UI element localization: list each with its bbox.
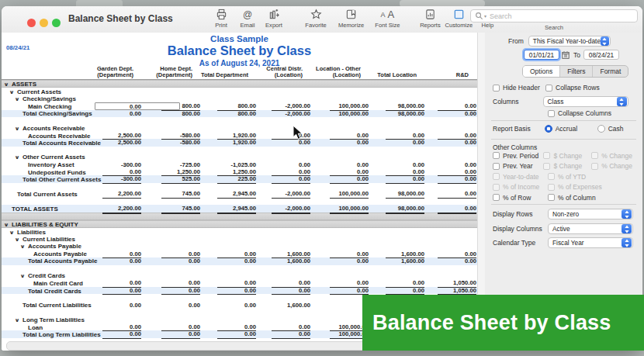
cell-value[interactable]: 0.00 — [272, 162, 310, 168]
zoom-window-button[interactable] — [52, 19, 61, 27]
collapse-chevron-icon[interactable]: ∨ — [20, 273, 29, 278]
collapse-chevron-icon[interactable]: ∨ — [15, 317, 24, 323]
cell-value[interactable]: 0.00 — [330, 258, 369, 264]
cell-value[interactable]: 0.00 — [217, 302, 256, 309]
cell-value[interactable]: 0.00 — [161, 258, 200, 264]
export-button[interactable]: Export — [262, 8, 286, 29]
cell-value[interactable]: 0.00 — [272, 288, 310, 295]
cell-value[interactable]: -300.00 — [102, 162, 141, 168]
cell-value[interactable]: 0.00 — [272, 140, 310, 146]
collapse-chevron-icon[interactable]: ∨ — [9, 230, 19, 235]
cell-value[interactable]: 0.00 — [102, 258, 141, 264]
cell-value[interactable]: 2,500.00 — [102, 140, 141, 146]
checkbox-prev-period[interactable]: Prev. Period — [493, 152, 543, 160]
minimize-window-button[interactable] — [40, 19, 48, 27]
cell-value[interactable]: 0.00 — [161, 331, 200, 338]
columns-dropdown[interactable]: Class — [543, 96, 628, 107]
cell-value[interactable]: 98,000.00 — [386, 206, 424, 213]
cell-value[interactable]: 0.00 — [438, 206, 476, 213]
print-button[interactable]: Print — [209, 8, 233, 29]
cell-value[interactable]: 0.00 — [438, 140, 476, 146]
font-size-button[interactable]: AA Font Size — [375, 8, 400, 29]
search-input[interactable]: ▾ Search — [470, 9, 638, 22]
collapse-chevron-icon[interactable]: ∨ — [15, 126, 24, 131]
cell-value[interactable]: 0.00 — [217, 258, 256, 264]
checkbox--of-row[interactable]: % of Row — [493, 194, 548, 202]
cell-value[interactable]: 0.00 — [438, 258, 476, 264]
checkbox-prev-year[interactable]: Prev. Year — [493, 162, 543, 170]
collapse-chevron-icon[interactable]: ∨ — [15, 237, 24, 242]
cell-value[interactable]: 100,000.00 — [330, 111, 369, 117]
cell-value[interactable]: 225.00 — [217, 176, 256, 183]
cell-value[interactable]: 0.00 — [330, 176, 369, 183]
collapse-chevron-icon[interactable]: ∨ — [20, 244, 29, 249]
cell-value[interactable]: 98,000.00 — [386, 191, 424, 198]
cell-value[interactable]: 800.00 — [161, 111, 200, 117]
favorite-button[interactable]: Favorite — [304, 8, 327, 29]
checkbox--of-column[interactable]: % of Column — [548, 194, 600, 202]
collapse-columns-checkbox[interactable]: Collapse Columns — [548, 109, 611, 117]
cell-value[interactable]: 1,600.00 — [386, 258, 424, 264]
collapse-chevron-icon[interactable]: ∨ — [15, 154, 24, 160]
cell-value[interactable]: 0.00 — [386, 140, 424, 146]
customize-button[interactable]: Customize — [445, 8, 473, 29]
display-columns-dropdown[interactable]: Active — [548, 223, 633, 234]
cash-radio[interactable]: Cash — [597, 125, 624, 133]
cell-value[interactable]: 0.00 — [386, 162, 424, 168]
hide-header-checkbox[interactable]: Hide Header — [493, 84, 545, 92]
cell-value[interactable]: 0.00 — [217, 331, 256, 338]
email-button[interactable]: @ Email — [236, 8, 259, 29]
accrual-radio[interactable]: Accrual — [545, 125, 597, 133]
cell-value[interactable]: -2,000.00 — [272, 191, 310, 198]
memorize-button[interactable]: Memorize — [338, 8, 364, 29]
date-to-field[interactable]: 08/24/21 — [583, 50, 619, 60]
collapse-chevron-icon[interactable]: ∨ — [4, 222, 13, 227]
cell-value[interactable]: 0.00 — [102, 331, 141, 338]
cell-value[interactable]: 0.00 — [217, 288, 256, 295]
tab-filters[interactable]: Filters — [560, 66, 593, 77]
cell-value[interactable]: 745.00 — [161, 206, 200, 213]
cell-value[interactable]: 800.00 — [217, 111, 256, 117]
cell-value[interactable]: 0.00 — [102, 104, 141, 110]
cell-value[interactable]: 2,200.00 — [102, 191, 141, 198]
cell-value[interactable]: 1,050.00 — [438, 288, 476, 295]
cell-value[interactable]: 100,000.00 — [330, 191, 369, 198]
cell-value[interactable]: 2,945.00 — [217, 206, 256, 213]
collapse-chevron-icon[interactable]: ∨ — [9, 89, 19, 95]
cell-value[interactable]: 0.00 — [386, 176, 424, 183]
display-rows-dropdown[interactable]: Non-zero — [548, 209, 633, 219]
cell-value[interactable]: -2,000.00 — [272, 206, 310, 213]
cell-value[interactable]: 0.00 — [102, 288, 141, 295]
cell-value[interactable]: 525.00 — [161, 176, 200, 183]
cell-value[interactable]: 1,600.00 — [272, 258, 310, 264]
cell-value[interactable]: 0.00 — [102, 302, 141, 309]
reports-button[interactable]: Reports — [418, 8, 441, 29]
cell-value[interactable]: -300.00 — [102, 176, 141, 183]
collapse-rows-checkbox[interactable]: Collapse Rows — [545, 84, 600, 92]
cell-value[interactable]: 0.00 — [438, 111, 476, 117]
cell-value[interactable]: 0.00 — [438, 162, 476, 168]
cell-value[interactable]: 745.00 — [161, 191, 200, 198]
cell-value[interactable]: 0.00 — [438, 176, 476, 183]
cell-value[interactable]: 0.00 — [386, 288, 424, 295]
calendar-icon[interactable] — [562, 51, 570, 59]
cell-value[interactable]: 0.00 — [272, 176, 310, 183]
cell-value[interactable]: 1,920.00 — [217, 140, 256, 146]
cell-value[interactable]: 0.00 — [330, 162, 369, 168]
cell-value[interactable]: 0.00 — [161, 288, 200, 295]
cell-value[interactable]: 0.00 — [330, 288, 369, 295]
search-scope-chevron-icon[interactable]: ▾ — [484, 13, 486, 19]
cell-value[interactable]: 0.00 — [330, 140, 369, 146]
cell-value[interactable]: -1,025.00 — [217, 162, 256, 168]
cell-value[interactable]: -725.00 — [161, 162, 200, 168]
cell-value[interactable]: 2,200.00 — [102, 206, 141, 213]
collapse-chevron-icon[interactable]: ∨ — [15, 96, 24, 102]
cell-value[interactable]: 100,000.00 — [330, 206, 369, 213]
tab-format[interactable]: Format — [593, 66, 628, 77]
cell-value[interactable]: 2,945.00 — [217, 191, 256, 198]
cell-value[interactable]: 0.00 — [438, 191, 476, 198]
cell-value[interactable]: 1,600.00 — [272, 302, 310, 309]
cell-value[interactable]: -580.00 — [161, 140, 200, 146]
tab-options[interactable]: Options — [523, 66, 560, 77]
cell-value[interactable]: 0.00 — [272, 331, 310, 338]
